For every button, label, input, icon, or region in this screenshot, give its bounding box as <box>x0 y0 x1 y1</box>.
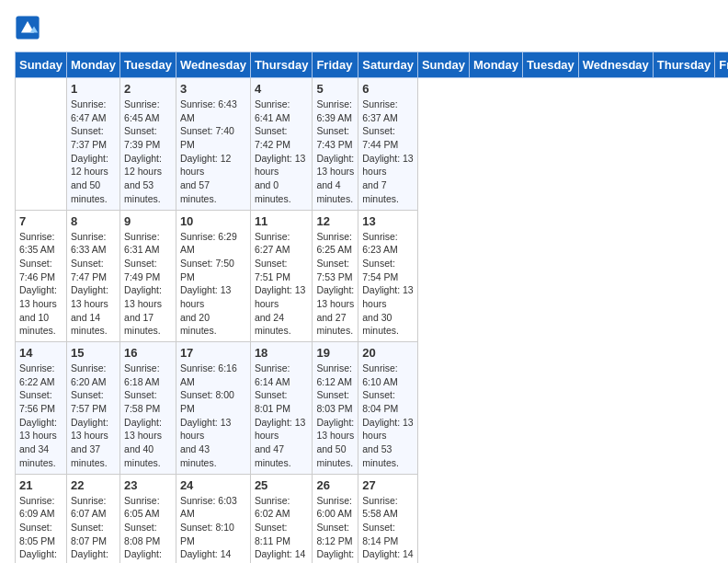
logo <box>15 15 44 40</box>
calendar-cell <box>16 78 67 211</box>
day-info: Sunrise: 6:43 AMSunset: 7:40 PMDaylight:… <box>180 98 246 206</box>
day-number: 7 <box>19 214 63 228</box>
calendar-cell: 15Sunrise: 6:20 AMSunset: 7:57 PMDayligh… <box>66 342 119 475</box>
day-number: 4 <box>255 82 309 96</box>
weekday-header-thursday: Thursday <box>250 52 313 78</box>
weekday-header: Monday <box>469 52 522 78</box>
day-number: 12 <box>316 214 354 228</box>
day-number: 20 <box>362 346 414 360</box>
day-number: 22 <box>71 478 116 492</box>
day-info: Sunrise: 6:10 AMSunset: 8:04 PMDaylight:… <box>362 362 414 470</box>
day-info: Sunrise: 6:16 AMSunset: 8:00 PMDaylight:… <box>180 362 246 470</box>
calendar-cell: 9Sunrise: 6:31 AMSunset: 7:49 PMDaylight… <box>120 210 176 342</box>
calendar-week-row: 7Sunrise: 6:35 AMSunset: 7:46 PMDaylight… <box>16 210 729 342</box>
day-number: 15 <box>71 346 116 360</box>
calendar-cell: 18Sunrise: 6:14 AMSunset: 8:01 PMDayligh… <box>250 342 313 475</box>
day-info: Sunrise: 6:45 AMSunset: 7:39 PMDaylight:… <box>124 98 172 206</box>
weekday-header: Tuesday <box>523 52 579 78</box>
day-info: Sunrise: 6:05 AMSunset: 8:08 PMDaylight:… <box>124 494 172 564</box>
calendar-cell: 19Sunrise: 6:12 AMSunset: 8:03 PMDayligh… <box>313 342 358 475</box>
day-number: 18 <box>255 346 309 360</box>
weekday-header-wednesday: Wednesday <box>176 52 250 78</box>
calendar-cell: 24Sunrise: 6:03 AMSunset: 8:10 PMDayligh… <box>176 474 250 563</box>
calendar-table: SundayMondayTuesdayWednesdayThursdayFrid… <box>15 52 728 563</box>
day-number: 5 <box>316 82 354 96</box>
day-number: 3 <box>180 82 246 96</box>
day-number: 14 <box>19 346 63 360</box>
day-number: 23 <box>124 478 172 492</box>
weekday-header-sunday: Sunday <box>16 52 67 78</box>
weekday-header-friday: Friday <box>313 52 358 78</box>
calendar-cell: 21Sunrise: 6:09 AMSunset: 8:05 PMDayligh… <box>16 474 67 563</box>
day-number: 21 <box>19 478 63 492</box>
day-number: 19 <box>316 346 354 360</box>
day-number: 13 <box>362 214 414 228</box>
day-number: 16 <box>124 346 172 360</box>
calendar-cell: 12Sunrise: 6:25 AMSunset: 7:53 PMDayligh… <box>313 210 358 342</box>
calendar-week-row: 1Sunrise: 6:47 AMSunset: 7:37 PMDaylight… <box>16 78 729 211</box>
calendar-cell: 2Sunrise: 6:45 AMSunset: 7:39 PMDaylight… <box>120 78 176 211</box>
day-info: Sunrise: 6:09 AMSunset: 8:05 PMDaylight:… <box>19 494 63 564</box>
calendar-cell: 6Sunrise: 6:37 AMSunset: 7:44 PMDaylight… <box>358 78 418 211</box>
day-info: Sunrise: 6:12 AMSunset: 8:03 PMDaylight:… <box>316 362 354 470</box>
day-info: Sunrise: 6:07 AMSunset: 8:07 PMDaylight:… <box>71 494 116 564</box>
weekday-header: Thursday <box>653 52 715 78</box>
calendar-cell: 10Sunrise: 6:29 AMSunset: 7:50 PMDayligh… <box>176 210 250 342</box>
day-info: Sunrise: 6:33 AMSunset: 7:47 PMDaylight:… <box>71 230 116 339</box>
day-number: 1 <box>71 82 116 96</box>
calendar-cell: 4Sunrise: 6:41 AMSunset: 7:42 PMDaylight… <box>250 78 313 211</box>
day-number: 6 <box>362 82 414 96</box>
weekday-header-monday: Monday <box>66 52 119 78</box>
day-info: Sunrise: 6:22 AMSunset: 7:56 PMDaylight:… <box>19 362 63 470</box>
day-info: Sunrise: 6:23 AMSunset: 7:54 PMDaylight:… <box>362 230 414 339</box>
day-info: Sunrise: 6:03 AMSunset: 8:10 PMDaylight:… <box>180 494 246 564</box>
day-info: Sunrise: 5:58 AMSunset: 8:14 PMDaylight:… <box>362 494 414 564</box>
weekday-header-saturday: Saturday <box>358 52 418 78</box>
day-info: Sunrise: 6:00 AMSunset: 8:12 PMDaylight:… <box>316 494 354 564</box>
day-info: Sunrise: 6:29 AMSunset: 7:50 PMDaylight:… <box>180 230 246 339</box>
calendar-cell: 7Sunrise: 6:35 AMSunset: 7:46 PMDaylight… <box>16 210 67 342</box>
weekday-header: Wednesday <box>578 52 653 78</box>
day-number: 2 <box>124 82 172 96</box>
day-info: Sunrise: 6:35 AMSunset: 7:46 PMDaylight:… <box>19 230 63 339</box>
page-header <box>15 15 713 40</box>
calendar-week-row: 21Sunrise: 6:09 AMSunset: 8:05 PMDayligh… <box>16 474 729 563</box>
logo-icon <box>15 15 40 40</box>
weekday-header: Friday <box>715 52 728 78</box>
weekday-header-tuesday: Tuesday <box>120 52 176 78</box>
calendar-cell: 11Sunrise: 6:27 AMSunset: 7:51 PMDayligh… <box>250 210 313 342</box>
calendar-cell: 20Sunrise: 6:10 AMSunset: 8:04 PMDayligh… <box>358 342 418 475</box>
day-number: 10 <box>180 214 246 228</box>
day-number: 24 <box>180 478 246 492</box>
calendar-cell: 17Sunrise: 6:16 AMSunset: 8:00 PMDayligh… <box>176 342 250 475</box>
day-number: 11 <box>255 214 309 228</box>
calendar-cell: 14Sunrise: 6:22 AMSunset: 7:56 PMDayligh… <box>16 342 67 475</box>
day-number: 26 <box>316 478 354 492</box>
day-number: 27 <box>362 478 414 492</box>
calendar-cell: 1Sunrise: 6:47 AMSunset: 7:37 PMDaylight… <box>66 78 119 211</box>
calendar-cell: 8Sunrise: 6:33 AMSunset: 7:47 PMDaylight… <box>66 210 119 342</box>
day-number: 17 <box>180 346 246 360</box>
calendar-header-row: SundayMondayTuesdayWednesdayThursdayFrid… <box>16 52 729 78</box>
calendar-cell: 5Sunrise: 6:39 AMSunset: 7:43 PMDaylight… <box>313 78 358 211</box>
day-number: 9 <box>124 214 172 228</box>
day-info: Sunrise: 6:27 AMSunset: 7:51 PMDaylight:… <box>255 230 309 339</box>
day-info: Sunrise: 6:37 AMSunset: 7:44 PMDaylight:… <box>362 98 414 206</box>
weekday-header: Sunday <box>417 52 469 78</box>
calendar-week-row: 14Sunrise: 6:22 AMSunset: 7:56 PMDayligh… <box>16 342 729 475</box>
calendar-cell: 23Sunrise: 6:05 AMSunset: 8:08 PMDayligh… <box>120 474 176 563</box>
day-info: Sunrise: 6:02 AMSunset: 8:11 PMDaylight:… <box>255 494 309 564</box>
day-info: Sunrise: 6:39 AMSunset: 7:43 PMDaylight:… <box>316 98 354 206</box>
calendar-cell: 3Sunrise: 6:43 AMSunset: 7:40 PMDaylight… <box>176 78 250 211</box>
calendar-cell: 16Sunrise: 6:18 AMSunset: 7:58 PMDayligh… <box>120 342 176 475</box>
day-number: 8 <box>71 214 116 228</box>
calendar-cell: 27Sunrise: 5:58 AMSunset: 8:14 PMDayligh… <box>358 474 418 563</box>
calendar-cell: 25Sunrise: 6:02 AMSunset: 8:11 PMDayligh… <box>250 474 313 563</box>
day-info: Sunrise: 6:14 AMSunset: 8:01 PMDaylight:… <box>255 362 309 470</box>
calendar-cell: 22Sunrise: 6:07 AMSunset: 8:07 PMDayligh… <box>66 474 119 563</box>
day-info: Sunrise: 6:47 AMSunset: 7:37 PMDaylight:… <box>71 98 116 206</box>
day-info: Sunrise: 6:20 AMSunset: 7:57 PMDaylight:… <box>71 362 116 470</box>
day-info: Sunrise: 6:18 AMSunset: 7:58 PMDaylight:… <box>124 362 172 470</box>
calendar-cell: 13Sunrise: 6:23 AMSunset: 7:54 PMDayligh… <box>358 210 418 342</box>
day-info: Sunrise: 6:25 AMSunset: 7:53 PMDaylight:… <box>316 230 354 339</box>
